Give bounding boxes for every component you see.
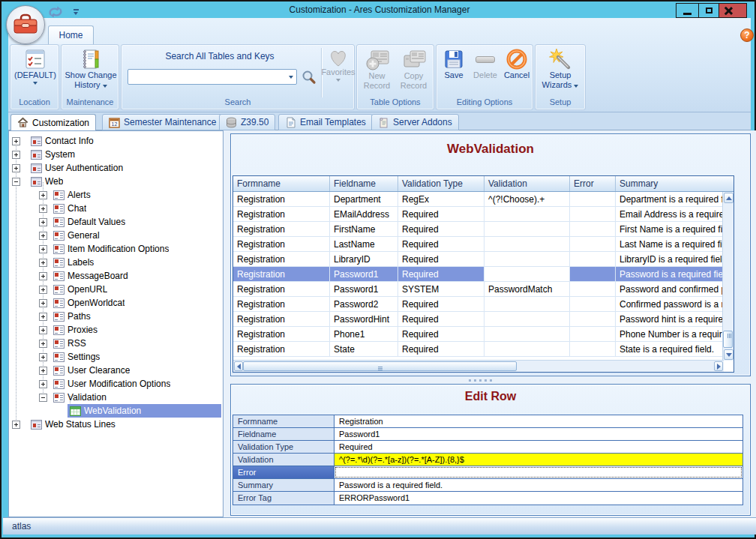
expand-plus-icon[interactable] xyxy=(39,299,47,307)
vertical-scroll-thumb[interactable] xyxy=(723,331,733,348)
field-value[interactable]: Registration xyxy=(334,415,742,427)
copy-record-button[interactable]: Copy Record xyxy=(396,48,431,91)
tab-semester-maintenance[interactable]: 12 Semester Maintenance xyxy=(102,114,223,130)
new-record-button[interactable]: New Record xyxy=(359,48,394,91)
tree-item[interactable]: System xyxy=(9,148,221,161)
field-value[interactable]: Password1 xyxy=(334,428,742,440)
expand-plus-icon[interactable] xyxy=(12,151,20,159)
column-header[interactable]: Fieldname xyxy=(330,176,398,191)
scroll-left-button[interactable] xyxy=(234,361,243,371)
expand-plus-icon[interactable] xyxy=(39,272,47,280)
tree-item-webvalidation[interactable]: WebValidation xyxy=(9,404,221,418)
quick-access-dropdown-icon[interactable] xyxy=(74,7,82,16)
expand-plus-icon[interactable] xyxy=(39,367,47,375)
table-row[interactable]: RegistrationFirstNameRequiredFirst Name … xyxy=(233,222,724,237)
tab-customization[interactable]: Customization xyxy=(10,114,96,131)
tree-item[interactable]: Labels xyxy=(9,256,221,269)
field-label[interactable]: Formname xyxy=(233,415,334,427)
tree-item[interactable]: Default Values xyxy=(9,215,221,229)
field-label-selected[interactable]: Error xyxy=(233,466,334,478)
vertical-scrollbar[interactable] xyxy=(722,192,734,361)
tab-server-addons[interactable]: Server Addons xyxy=(371,114,459,130)
expand-plus-icon[interactable] xyxy=(12,164,20,172)
tree-item[interactable]: Contact Info xyxy=(9,134,221,148)
minimize-button[interactable] xyxy=(676,3,699,18)
field-value[interactable]: Password is a required field. xyxy=(334,479,742,491)
horizontal-scroll-thumb[interactable] xyxy=(243,361,517,371)
column-header[interactable]: Summary xyxy=(616,176,734,191)
tree-item[interactable]: Settings xyxy=(9,350,221,364)
expand-plus-icon[interactable] xyxy=(39,326,47,334)
field-value[interactable]: ERRORPassword1 xyxy=(334,492,742,505)
table-row[interactable]: RegistrationEMailAddressRequiredEmail Ad… xyxy=(233,207,724,222)
help-button[interactable]: ? xyxy=(740,28,754,42)
scroll-right-button[interactable] xyxy=(714,361,723,371)
scroll-up-button[interactable] xyxy=(724,193,734,203)
column-header[interactable]: Validation xyxy=(484,176,570,191)
column-header[interactable]: Validation Type xyxy=(398,176,484,191)
save-button[interactable]: Save xyxy=(440,48,468,80)
expand-plus-icon[interactable] xyxy=(39,340,47,348)
tree-item[interactable]: Web xyxy=(9,175,221,188)
setup-wizards-button[interactable]: Setup Wizards xyxy=(538,48,582,90)
table-row[interactable]: RegistrationDepartmentRegEx^(?!Choose).+… xyxy=(233,192,724,207)
expand-plus-icon[interactable] xyxy=(39,353,47,361)
tree-item[interactable]: Web Status Lines xyxy=(9,418,221,431)
tree-item[interactable]: General xyxy=(9,229,221,242)
table-row[interactable]: RegistrationLastNameRequiredLast Name is… xyxy=(233,237,724,252)
tree-item[interactable]: Validation xyxy=(9,391,221,404)
expand-plus-icon[interactable] xyxy=(12,421,20,429)
field-label[interactable]: Error Tag xyxy=(233,492,334,505)
tree-item[interactable]: OpenURL xyxy=(9,283,221,296)
table-row[interactable]: RegistrationLibraryIDRequiredLibraryID i… xyxy=(233,252,724,267)
tree-item[interactable]: MessageBoard xyxy=(9,269,221,283)
search-icon[interactable] xyxy=(302,70,316,87)
table-row[interactable]: RegistrationPasswordHintRequiredPassword… xyxy=(233,312,724,327)
vertical-splitter[interactable] xyxy=(224,130,230,517)
field-label[interactable]: Fieldname xyxy=(233,428,334,440)
scroll-down-button[interactable] xyxy=(724,349,734,360)
default-location-button[interactable]: (DEFAULT) xyxy=(13,48,58,85)
tab-email-templates[interactable]: Email Templates xyxy=(278,114,373,130)
show-change-history-button[interactable]: Show Change History xyxy=(64,48,118,90)
tab-z3950[interactable]: Z39.50 xyxy=(219,114,275,130)
expand-plus-icon[interactable] xyxy=(39,191,47,199)
tree-item[interactable]: RSS xyxy=(9,337,221,350)
expand-plus-icon[interactable] xyxy=(39,259,47,267)
expand-plus-icon[interactable] xyxy=(39,218,47,226)
tree-item[interactable]: User Authentication xyxy=(9,161,221,175)
field-label[interactable]: Validation Type xyxy=(233,441,334,453)
tree-item[interactable]: Item Modification Options xyxy=(9,242,221,256)
table-row[interactable]: RegistrationPassword1SYSTEMPasswordMatch… xyxy=(233,282,724,297)
tree-item[interactable]: OpenWorldcat xyxy=(9,296,221,310)
expand-plus-icon[interactable] xyxy=(39,313,47,321)
tree-item[interactable]: Paths xyxy=(9,310,221,323)
tree-item[interactable]: Alerts xyxy=(9,188,221,202)
expand-plus-icon[interactable] xyxy=(39,245,47,253)
field-label[interactable]: Validation xyxy=(233,454,334,466)
cancel-button[interactable]: Cancel xyxy=(501,48,532,80)
column-header[interactable]: Error xyxy=(570,176,616,191)
expand-plus-icon[interactable] xyxy=(39,286,47,294)
maximize-button[interactable] xyxy=(698,3,719,18)
tree-item[interactable]: Proxies xyxy=(9,323,221,337)
horizontal-splitter[interactable] xyxy=(230,377,751,383)
delete-button[interactable]: Delete xyxy=(470,48,501,80)
tree-item[interactable]: User Modification Options xyxy=(9,377,221,391)
combo-dropdown-icon[interactable] xyxy=(289,76,293,79)
table-row[interactable]: RegistrationPhone1RequiredPhone Number i… xyxy=(233,327,724,342)
refresh-icon[interactable] xyxy=(46,5,65,19)
ribbon-tab-home[interactable]: Home xyxy=(48,25,94,44)
expand-plus-icon[interactable] xyxy=(39,205,47,213)
column-header[interactable]: Formname xyxy=(233,176,330,191)
field-value-validation[interactable]: ^(?=.*\d)(?=.*[a-z])(?=.*[A-Z]).{8,}$ xyxy=(334,454,742,466)
field-value[interactable]: Required xyxy=(334,441,742,453)
horizontal-scrollbar[interactable] xyxy=(233,360,724,372)
expand-plus-icon[interactable] xyxy=(12,137,20,145)
tree-item[interactable]: Chat xyxy=(9,202,221,215)
field-label[interactable]: Summary xyxy=(233,479,334,491)
expand-plus-icon[interactable] xyxy=(39,232,47,240)
tree-item[interactable]: User Clearance xyxy=(9,364,221,377)
field-value-error[interactable] xyxy=(334,466,742,478)
expand-plus-icon[interactable] xyxy=(39,380,47,388)
